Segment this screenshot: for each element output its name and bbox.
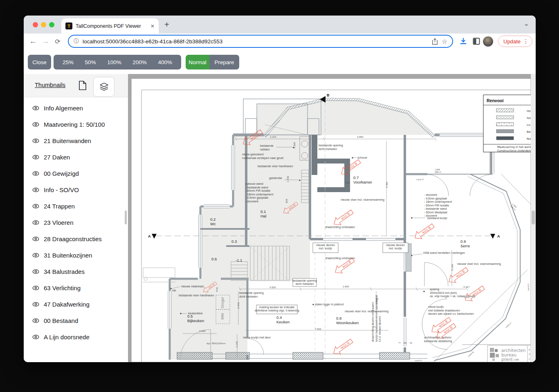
plan-annotation: merk D: [527, 284, 530, 291]
forward-button[interactable]: →: [39, 37, 52, 46]
layer-item[interactable]: 31 Buitenkozijnen: [24, 247, 128, 263]
pages-icon[interactable]: [79, 81, 87, 90]
site-info-icon[interactable]: ⓘ: [74, 38, 79, 45]
update-label: Update: [503, 38, 521, 45]
zoom-level-button-50[interactable]: 50%: [85, 59, 96, 65]
update-button[interactable]: Update ⋮: [498, 36, 532, 47]
eye-icon[interactable]: [32, 219, 39, 226]
layer-label: 31 Buitenkozijnen: [44, 252, 92, 259]
browser-menu-icon[interactable]: ⋮: [523, 38, 529, 45]
window-close-button[interactable]: [33, 22, 38, 27]
plan-annotation: nieuwe vloer incl. vloerverwarming: [341, 198, 384, 202]
room-label: 0.3: [231, 239, 237, 244]
window-zoom-button[interactable]: [49, 22, 54, 27]
zoom-level-button-100[interactable]: 100%: [107, 59, 121, 65]
svg-text:prent: prent: [501, 357, 513, 362]
layer-label: Maatvoering 1: 50/100: [44, 121, 105, 128]
layer-item[interactable]: Info - SO/VO: [24, 181, 128, 198]
legend-entry-label: Iso: [527, 116, 531, 120]
eye-icon[interactable]: [32, 284, 39, 291]
plan-annotation: 1.820: [343, 285, 349, 288]
room-label: -1.1: [236, 258, 242, 262]
window-minimize-button[interactable]: [41, 22, 46, 27]
legend-title: Renvooi: [487, 98, 504, 103]
layer-item[interactable]: 24 Trappen: [24, 198, 128, 214]
eye-icon[interactable]: [32, 105, 39, 112]
eye-icon[interactable]: [32, 137, 39, 144]
layer-item[interactable]: 47 Dakafwerking: [24, 296, 128, 312]
plan-annotation: 3.520: [269, 286, 276, 289]
plan-annotation: architraaflijst conformbestaande detaill…: [424, 336, 452, 343]
url-text[interactable]: localhost:5000/36cc4883-e62b-41ca-868f-2…: [83, 38, 428, 45]
profile-avatar[interactable]: [483, 36, 493, 47]
back-button[interactable]: ←: [27, 37, 39, 46]
layer-item[interactable]: 23 Vloeren: [24, 214, 128, 231]
prepare-mode-button[interactable]: Prepare: [209, 55, 239, 69]
layer-item[interactable]: 63 Verlichting: [24, 280, 128, 296]
close-button[interactable]: Close: [28, 55, 51, 69]
titleblock-contact: T:: [528, 353, 531, 356]
content-area: Thumbnails Info AlgemeenMaatvoering 1: 5…: [24, 74, 536, 362]
layer-label: 24 Trappen: [44, 203, 75, 210]
download-icon[interactable]: [460, 38, 467, 45]
share-icon[interactable]: [432, 38, 438, 45]
sidebar-header: Thumbnails: [24, 74, 128, 97]
thumbnails-link[interactable]: Thumbnails: [35, 82, 65, 88]
plan-annotation: 1.565: [293, 142, 296, 148]
plan-annotation: 4.460: [385, 181, 388, 188]
layer-item[interactable]: 28 Draagconstructies: [24, 231, 128, 247]
reload-button[interactable]: ⟳: [52, 38, 64, 45]
new-tab-button[interactable]: +: [164, 20, 169, 29]
viewer-scrollbar[interactable]: [531, 74, 536, 362]
viewer-scrollbar-thumb[interactable]: [532, 211, 535, 224]
plan-annotation: merk G: [416, 178, 424, 181]
eye-icon[interactable]: [32, 121, 39, 128]
eye-icon[interactable]: [32, 170, 39, 177]
eye-icon[interactable]: [32, 334, 39, 340]
eye-icon[interactable]: [32, 203, 39, 210]
legend-footnote: Constructieve onderdelen: [497, 149, 533, 152]
layer-item[interactable]: 21 Buitenwanden: [24, 132, 128, 149]
eye-icon[interactable]: [32, 317, 39, 324]
zoom-level-button-200[interactable]: 200%: [132, 59, 147, 65]
tab-close-icon[interactable]: ✕: [150, 23, 155, 29]
plan-annotation: 1.439: [286, 176, 289, 182]
room-label: 0.2Wc: [210, 217, 216, 226]
plan-annotation: nieuw kozijn met deur: [243, 336, 271, 339]
layer-item[interactable]: Info Algemeen: [24, 100, 128, 116]
browser-tab[interactable]: T TallComponents PDF Viewer ✕: [61, 18, 159, 34]
navigation-bar: ← → ⟳ ⓘ localhost:5000/36cc4883-e62b-41c…: [24, 34, 536, 49]
eye-icon[interactable]: [32, 186, 39, 193]
layer-item[interactable]: 00 Bestaand: [24, 312, 128, 329]
pdf-viewer: RenvooiHouIsoLichBesNieMaatvoering in he…: [128, 74, 536, 362]
bookmark-star-icon[interactable]: ☆: [442, 38, 447, 45]
eye-icon[interactable]: [32, 235, 39, 242]
side-panel-icon[interactable]: [473, 38, 480, 45]
legend-swatch: [496, 109, 514, 112]
layer-item[interactable]: Maatvoering 1: 50/100: [24, 116, 128, 132]
layer-item[interactable]: 00 Gewijzigd: [24, 165, 128, 181]
layer-label: 00 Bestaand: [44, 317, 78, 324]
plan-annotation: 4.317: [463, 285, 470, 288]
plan-annotation: dgn. 900x2100mm: [207, 342, 226, 345]
plan-annotation: HSB wand herstellen / verlengen: [423, 251, 465, 255]
eye-icon[interactable]: [32, 154, 39, 161]
eye-icon[interactable]: [32, 268, 39, 275]
layer-item[interactable]: 27 Daken: [24, 149, 128, 165]
plan-annotation: nieuwe vloer incl. vloerverwarming: [345, 310, 388, 313]
layers-tab[interactable]: [93, 77, 114, 97]
eye-icon[interactable]: [32, 301, 39, 308]
plan-annotation: bestaande vloer handhaven: [179, 294, 214, 297]
sidebar-scrollbar-thumb[interactable]: [125, 211, 127, 224]
eye-icon[interactable]: [32, 252, 39, 259]
zoom-level-button-400[interactable]: 400%: [158, 59, 172, 65]
layer-item[interactable]: 34 Balustrades: [24, 263, 128, 280]
plan-annotation: bestaand kozijn: [427, 217, 447, 220]
layer-label: Info - SO/VO: [44, 186, 79, 193]
layer-item[interactable]: A Lijn doorsnede: [24, 329, 128, 345]
tab-search-chevron-icon[interactable]: ⌄: [524, 20, 529, 27]
zoom-level-button-25[interactable]: 25%: [63, 59, 74, 65]
plan-annotation: 7.543: [315, 327, 321, 330]
normal-mode-button[interactable]: Normal: [186, 55, 209, 69]
url-bar[interactable]: ⓘ localhost:5000/36cc4883-e62b-41ca-868f…: [68, 35, 453, 48]
